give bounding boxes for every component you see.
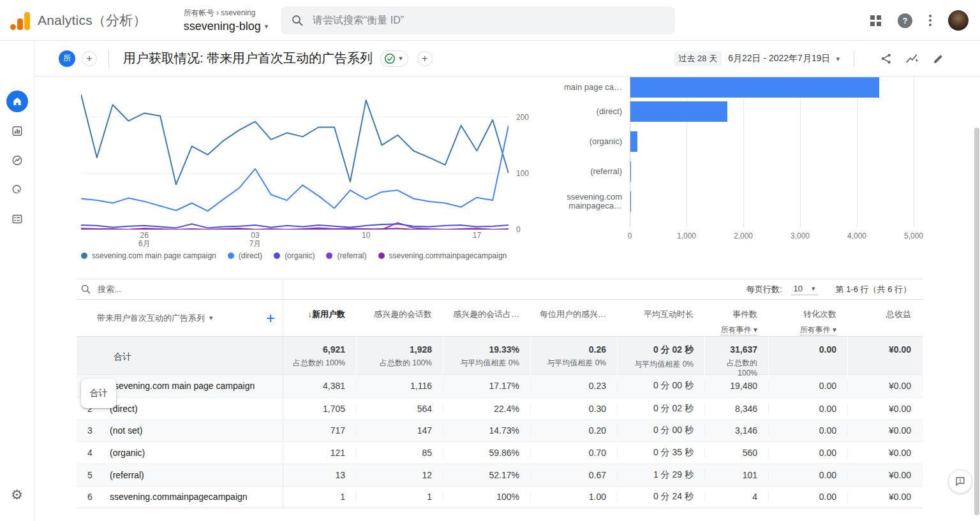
- rows-per-page-select[interactable]: 10 ▾: [791, 283, 818, 295]
- column-subfilter[interactable]: 所有事件 ▾: [704, 325, 757, 335]
- insights-icon[interactable]: [905, 52, 919, 65]
- apps-grid-icon[interactable]: [870, 15, 881, 26]
- date-range-text[interactable]: 6月22日 - 2022年7月19日: [728, 53, 830, 64]
- totals-cell: 19.33%与平均值相差 0%: [443, 337, 530, 378]
- sidebar-item-advertising[interactable]: [11, 184, 23, 198]
- column-header[interactable]: 每位用户的感兴…: [530, 300, 617, 336]
- bar-chart: [630, 77, 914, 227]
- collection-badge[interactable]: 所: [59, 50, 75, 67]
- global-search-input[interactable]: [313, 15, 619, 26]
- sidebar-item-library[interactable]: [11, 213, 23, 228]
- logo-bar: [17, 18, 23, 30]
- share-icon[interactable]: [880, 52, 893, 65]
- legend-dot-icon: [326, 253, 332, 259]
- column-header[interactable]: 事件数所有事件 ▾: [704, 300, 768, 336]
- column-header[interactable]: 总收益: [847, 300, 923, 336]
- column-header[interactable]: 平均互动时长: [617, 300, 704, 336]
- legend-dot-icon: [274, 253, 280, 259]
- analytics-logo-icon: [10, 11, 30, 30]
- metric-cell: 19,480: [704, 381, 768, 391]
- bar-category-label: ssevening.commainpageca…: [539, 193, 622, 210]
- table-row: 1ssevening.com main page campaign4,3811,…: [77, 375, 923, 397]
- column-header[interactable]: 感兴趣的会话占…: [443, 300, 530, 336]
- gridline: [743, 77, 744, 227]
- metric-cell: 0 分 02 秒: [617, 403, 704, 415]
- help-icon[interactable]: ?: [898, 13, 912, 28]
- bar: [630, 101, 727, 122]
- totals-cell: ¥0.00: [847, 337, 923, 378]
- library-icon: [11, 213, 23, 225]
- chevron-down-icon[interactable]: ▾: [836, 55, 840, 63]
- sidebar-item-explore[interactable]: [11, 154, 23, 169]
- table-search-input[interactable]: [98, 284, 238, 294]
- legend-item: (direct): [228, 251, 262, 260]
- metric-cell: ¥0.00: [847, 448, 923, 458]
- scrollbar[interactable]: [974, 128, 979, 515]
- metric-cell: ¥0.00: [847, 425, 923, 436]
- column-header[interactable]: 转化次数所有事件 ▾: [768, 300, 847, 336]
- bar-category-label: main page ca…: [539, 83, 622, 92]
- grid-square: [877, 15, 881, 20]
- axis-tick-label: 200: [516, 112, 529, 122]
- table-search[interactable]: [77, 279, 283, 299]
- metric-cell: ¥0.00: [847, 381, 923, 391]
- legend-label: ssevening.com main page campaign: [92, 251, 216, 260]
- top-app-bar: Analytics（分析） 所有帐号 › ssevening ssevening…: [0, 0, 980, 41]
- row-dimension-cell: 3(not set): [77, 420, 283, 442]
- dot: [929, 15, 932, 17]
- bar: [630, 77, 879, 98]
- totals-cell: 0.26与平均值相差 0%: [530, 337, 617, 378]
- metric-cell: ¥0.00: [847, 470, 923, 480]
- legend-dot-icon: [228, 253, 234, 259]
- legend-label: (organic): [285, 251, 315, 260]
- add-metric-button[interactable]: +: [417, 51, 433, 66]
- metric-cell: 0.23: [530, 381, 617, 391]
- tooltip: 合计: [81, 379, 116, 408]
- totals-cell: 0 分 02 秒与平均值相差 0%: [617, 337, 704, 378]
- gridline: [800, 77, 801, 227]
- totals-cell: 31,637占总数的 100%: [704, 337, 768, 378]
- axis-tick-label: 100: [516, 168, 529, 179]
- row-label: (organic): [110, 448, 145, 458]
- metric-cell: 59.86%: [443, 448, 530, 458]
- avatar[interactable]: [948, 10, 969, 31]
- chevron-down-icon: ▾: [209, 314, 213, 322]
- column-subfilter[interactable]: 所有事件 ▾: [768, 325, 836, 335]
- sidebar-item-reports[interactable]: [11, 125, 23, 140]
- table-header-row: 带来用户首次互动的广告系列 ▾ + ↓新用户数感兴趣的会话数感兴趣的会话占…每位…: [77, 300, 923, 337]
- add-dimension-button[interactable]: +: [266, 309, 275, 327]
- add-comparison-button[interactable]: +: [82, 51, 97, 66]
- left-nav-rail: ⚙: [0, 41, 34, 521]
- metric-cell: 0 分 00 秒: [617, 425, 704, 436]
- axis-tick-label: 1,000: [677, 232, 696, 240]
- search-icon: [80, 284, 91, 295]
- account-switcher[interactable]: 所有帐号 › ssevening ssevening-blog ▾: [184, 8, 269, 33]
- axis-tick-label: 10: [362, 231, 370, 240]
- check-circle-icon: [384, 53, 396, 64]
- column-header[interactable]: ↓新用户数: [283, 300, 356, 336]
- axis-tick-label: 3,000: [791, 232, 810, 240]
- search-icon: [291, 14, 304, 27]
- metric-cell: 564: [356, 404, 443, 414]
- edit-icon[interactable]: [932, 53, 944, 65]
- table-row: 4(organic)1218559.86%0.700 分 35 秒5600.00…: [77, 441, 923, 464]
- global-search[interactable]: [281, 6, 675, 34]
- axis-tick-label: 0: [628, 232, 632, 240]
- metric-cell: 4,381: [283, 381, 356, 391]
- metric-cell: 0.00: [768, 425, 847, 436]
- sidebar-item-home[interactable]: [6, 91, 28, 112]
- row-label: (not set): [110, 425, 142, 436]
- gridline: [914, 77, 914, 227]
- admin-settings-icon[interactable]: ⚙: [11, 488, 23, 501]
- dimension-header[interactable]: 带来用户首次互动的广告系列 ▾ +: [77, 300, 283, 336]
- metric-cell: 4: [704, 492, 768, 502]
- metric-cell: 147: [356, 425, 443, 436]
- table-body: 1ssevening.com main page campaign4,3811,…: [77, 375, 923, 508]
- data-quality-menu[interactable]: ▾: [380, 50, 408, 67]
- metric-cell: 0.00: [768, 492, 847, 502]
- bar: [630, 131, 637, 152]
- feedback-button[interactable]: [948, 469, 972, 494]
- column-header[interactable]: 感兴趣的会话数: [356, 300, 443, 336]
- legend-label: (direct): [239, 251, 262, 260]
- more-options-icon[interactable]: [929, 15, 932, 26]
